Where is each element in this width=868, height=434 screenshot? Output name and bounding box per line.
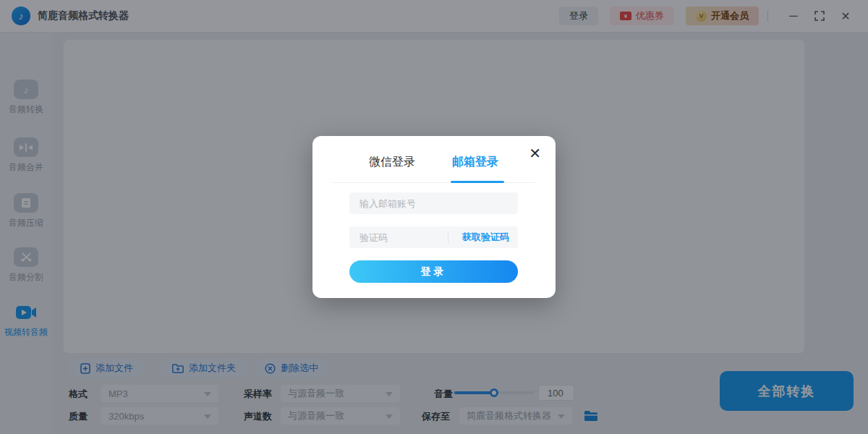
code-field-divider	[448, 231, 448, 243]
email-field-wrap	[349, 192, 518, 214]
tab-divider	[333, 182, 535, 183]
tab-email-login[interactable]: 邮箱登录	[452, 155, 498, 170]
active-tab-underline	[451, 181, 504, 183]
tab-wechat-login[interactable]: 微信登录	[369, 155, 415, 170]
code-field-wrap: 获取验证码	[349, 226, 518, 248]
get-code-button[interactable]: 获取验证码	[462, 226, 509, 248]
modal-login-button[interactable]: 登录	[349, 260, 518, 283]
modal-close-icon[interactable]: ✕	[529, 143, 541, 163]
email-input[interactable]	[349, 192, 518, 214]
app-window: ♪ 简鹿音频格式转换器 登录 ¥ 优惠券 V 开通会员 ─ ✕ ♪ 音频转换	[0, 0, 868, 434]
login-modal: ✕ 微信登录 邮箱登录 获取验证码 登录	[312, 136, 556, 298]
